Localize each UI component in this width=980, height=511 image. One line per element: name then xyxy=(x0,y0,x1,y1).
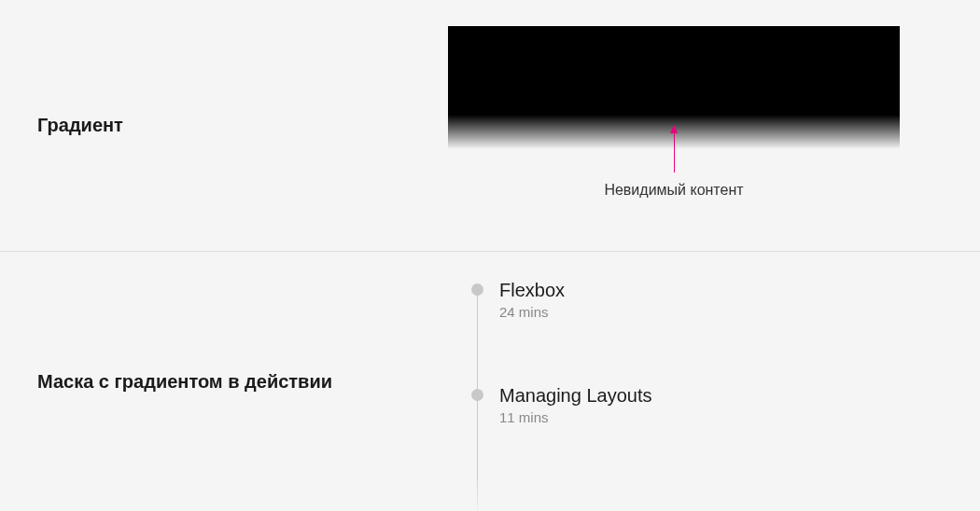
gradient-caption: Невидимый контент xyxy=(604,182,743,199)
timeline-item-title: Flexbox xyxy=(499,280,651,301)
timeline-item: Managing Layouts 11 mins xyxy=(471,385,651,425)
timeline: Flexbox 24 mins Managing Layouts 11 mins xyxy=(471,280,651,511)
mask-heading: Маска с градиентом в действии xyxy=(37,371,448,393)
timeline-dot-icon xyxy=(471,283,483,296)
timeline-dot-icon xyxy=(471,389,483,401)
mask-label-col: Маска с градиентом в действии xyxy=(0,371,448,393)
arrow-up-icon xyxy=(674,126,675,173)
gradient-heading: Градиент xyxy=(37,115,448,136)
mask-content: Flexbox 24 mins Managing Layouts 11 mins xyxy=(448,252,980,511)
timeline-item-title: Managing Layouts xyxy=(499,385,651,407)
gradient-arrow: Невидимый контент xyxy=(448,126,900,199)
timeline-item-sub: 11 mins xyxy=(499,409,651,425)
mask-section: Маска с градиентом в действии Flexbox 24… xyxy=(0,252,980,511)
timeline-item: Flexbox 24 mins xyxy=(471,280,651,320)
gradient-section: Градиент Невидимый контент xyxy=(0,0,980,252)
timeline-item-sub: 24 mins xyxy=(499,304,651,320)
gradient-content: Невидимый контент xyxy=(448,0,980,251)
gradient-label-col: Градиент xyxy=(0,115,448,136)
